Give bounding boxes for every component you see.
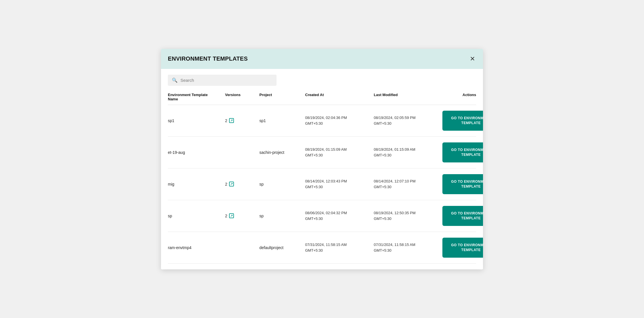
search-icon: 🔍	[172, 77, 178, 83]
col-header-versions: Versions	[225, 93, 259, 101]
cell-name: sp	[168, 214, 225, 218]
version-link-icon[interactable]: ↗︎	[229, 118, 234, 123]
environment-templates-modal: ENVIRONMENT TEMPLATES ✕ 🔍 Environment Te…	[161, 49, 483, 269]
search-input[interactable]	[180, 78, 273, 83]
go-to-environment-template-button[interactable]: GO TO ENVIRONMENT TEMPLATE	[442, 174, 483, 194]
modal-title: ENVIRONMENT TEMPLATES	[168, 55, 248, 62]
version-link-icon[interactable]: ↗︎	[229, 182, 234, 186]
cell-project: defaultproject	[259, 245, 305, 250]
cell-last-modified: 08/19/2024, 02:05:59 PMGMT+5:30	[374, 115, 442, 126]
col-header-project: Project	[259, 93, 305, 101]
cell-last-modified: 08/14/2024, 12:07:10 PMGMT+5:30	[374, 178, 442, 190]
cell-created-at: 07/31/2024, 11:58:15 AMGMT+5:30	[305, 242, 374, 253]
table-row: sp2↗︎sp08/06/2024, 02:04:32 PMGMT+5:3008…	[168, 200, 476, 232]
col-header-actions: Actions	[442, 93, 476, 101]
cell-last-modified: 08/19/2024, 12:50:35 PMGMT+5:30	[374, 210, 442, 221]
cell-project: sp1	[259, 118, 305, 123]
modal-header: ENVIRONMENT TEMPLATES ✕	[161, 49, 483, 69]
cell-actions: GO TO ENVIRONMENT TEMPLATE	[442, 206, 483, 226]
modal-body: 🔍 Environment TemplateName Versions Proj…	[161, 69, 483, 269]
go-to-environment-template-button[interactable]: GO TO ENVIRONMENT TEMPLATE	[442, 238, 483, 258]
table-header: Environment TemplateName Versions Projec…	[168, 93, 476, 105]
cell-last-modified: 08/19/2024, 01:15:09 AMGMT+5:30	[374, 147, 442, 158]
col-header-created: Created At	[305, 93, 374, 101]
go-to-environment-template-button[interactable]: GO TO ENVIRONMENT TEMPLATE	[442, 142, 483, 162]
table-row: mig2↗︎sp08/14/2024, 12:03:43 PMGMT+5:300…	[168, 168, 476, 200]
go-to-environment-template-button[interactable]: GO TO ENVIRONMENT TEMPLATE	[442, 206, 483, 226]
cell-name: ram-envtmp4	[168, 245, 225, 250]
cell-created-at: 08/19/2024, 01:15:09 AMGMT+5:30	[305, 147, 374, 158]
cell-last-modified: 07/31/2024, 11:58:15 AMGMT+5:30	[374, 242, 442, 253]
cell-actions: GO TO ENVIRONMENT TEMPLATE	[442, 111, 483, 131]
cell-created-at: 08/14/2024, 12:03:43 PMGMT+5:30	[305, 178, 374, 190]
close-button[interactable]: ✕	[469, 55, 476, 63]
cell-name: sp1	[168, 118, 225, 123]
cell-versions: 2↗︎	[225, 118, 259, 123]
col-header-name: Environment TemplateName	[168, 93, 225, 101]
cell-created-at: 08/19/2024, 02:04:36 PMGMT+5:30	[305, 115, 374, 126]
table-row: sp12↗︎sp108/19/2024, 02:04:36 PMGMT+5:30…	[168, 105, 476, 137]
version-link-icon[interactable]: ↗︎	[229, 213, 234, 218]
version-number: 2	[225, 118, 227, 123]
table-row: ram-envtmp4defaultproject07/31/2024, 11:…	[168, 232, 476, 264]
cell-actions: GO TO ENVIRONMENT TEMPLATE	[442, 142, 483, 162]
cell-project: sp	[259, 182, 305, 186]
table-row: et-19-augsachin-project08/19/2024, 01:15…	[168, 137, 476, 168]
search-wrapper: 🔍	[168, 75, 277, 86]
cell-name: et-19-aug	[168, 150, 225, 155]
search-container: 🔍	[168, 75, 476, 86]
version-number: 2	[225, 214, 227, 218]
cell-project: sp	[259, 214, 305, 218]
cell-actions: GO TO ENVIRONMENT TEMPLATE	[442, 174, 483, 194]
cell-versions: 2↗︎	[225, 182, 259, 186]
cell-created-at: 08/06/2024, 02:04:32 PMGMT+5:30	[305, 210, 374, 221]
cell-actions: GO TO ENVIRONMENT TEMPLATE	[442, 238, 483, 258]
version-number: 2	[225, 182, 227, 186]
cell-versions: 2↗︎	[225, 213, 259, 218]
data-table: Environment TemplateName Versions Projec…	[168, 93, 476, 264]
table-body: sp12↗︎sp108/19/2024, 02:04:36 PMGMT+5:30…	[168, 105, 476, 264]
col-header-modified: Last Modified	[374, 93, 442, 101]
go-to-environment-template-button[interactable]: GO TO ENVIRONMENT TEMPLATE	[442, 111, 483, 131]
cell-name: mig	[168, 182, 225, 186]
cell-project: sachin-project	[259, 150, 305, 155]
